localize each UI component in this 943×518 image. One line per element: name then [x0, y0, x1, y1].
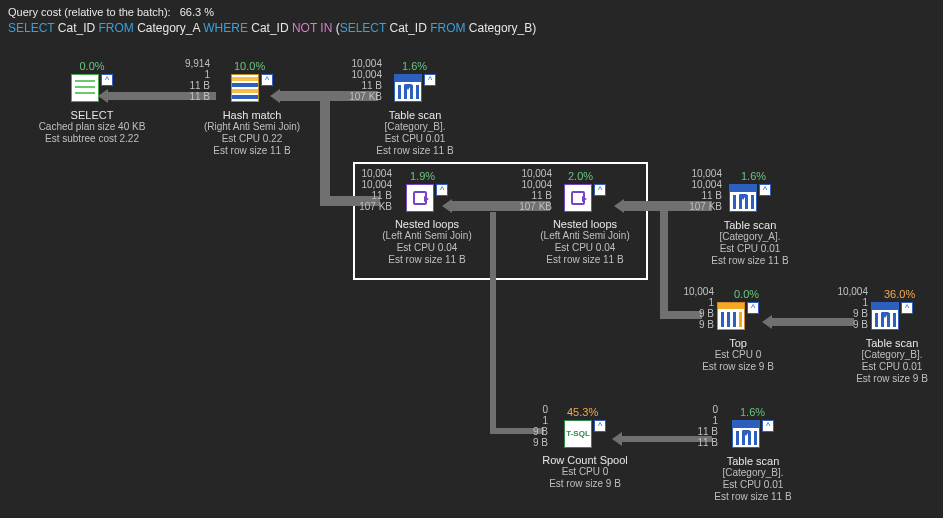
node-title: Nested loops [520, 218, 650, 230]
node-title: Row Count Spool [525, 454, 645, 466]
node-cost-pct: 1.6% [740, 406, 808, 418]
expand-badge-icon[interactable]: ^ [762, 420, 774, 432]
nested-loops-icon [564, 184, 592, 212]
node-nested-loops-1[interactable]: 1.9% ^ Nested loops (Left Anti Semi Join… [362, 170, 492, 266]
node-metric: Est row size 11 B [360, 145, 470, 157]
table-scan-icon [871, 302, 899, 330]
node-metric: Cached plan size 40 KB [32, 121, 152, 133]
expand-badge-icon[interactable]: ^ [594, 420, 606, 432]
node-title: Table scan [360, 109, 470, 121]
node-table-scan-b-mid[interactable]: 36.0% ^ Table scan [Category_B]. Est CPU… [842, 288, 942, 385]
node-hash-match[interactable]: 10.0% ^ Hash match (Right Anti Semi Join… [192, 60, 312, 157]
node-metric: Est row size 11 B [362, 254, 492, 266]
node-cost-pct: 10.0% [234, 60, 312, 72]
node-cost-pct: 1.6% [741, 170, 805, 182]
node-select[interactable]: 0.0% ^ SELECT Cached plan size 40 KB Est… [32, 60, 152, 145]
expand-badge-icon[interactable]: ^ [901, 302, 913, 314]
node-metric: Est subtree cost 2.22 [32, 133, 152, 145]
node-cost-pct: 0.0% [32, 60, 152, 72]
nested-loops-icon [406, 184, 434, 212]
expand-badge-icon[interactable]: ^ [436, 184, 448, 196]
node-subtitle: [Category_B]. [842, 349, 942, 361]
cost-value: 66.3 % [180, 6, 214, 18]
node-metric: Est row size 11 B [695, 255, 805, 267]
expand-badge-icon[interactable]: ^ [594, 184, 606, 196]
node-title: Table scan [698, 455, 808, 467]
expand-badge-icon[interactable]: ^ [747, 302, 759, 314]
node-subtitle: [Category_B]. [360, 121, 470, 133]
arrow [320, 96, 330, 206]
cost-label: Query cost (relative to the batch): [8, 6, 171, 18]
arrow [660, 207, 668, 319]
tsql-icon: T-SQL [564, 420, 592, 448]
top-icon [717, 302, 745, 330]
expand-badge-icon[interactable]: ^ [101, 74, 113, 86]
query-header: Query cost (relative to the batch): 66.3… [8, 4, 536, 36]
node-metric: Est CPU 0.01 [695, 243, 805, 255]
node-cost-pct: 0.0% [734, 288, 788, 300]
node-title: Top [688, 337, 788, 349]
node-cost-pct: 45.3% [567, 406, 645, 418]
node-metric: Est CPU 0 [525, 466, 645, 478]
node-metric: Est row size 11 B [698, 491, 808, 503]
node-cost-pct: 1.9% [410, 170, 492, 182]
node-title: SELECT [32, 109, 152, 121]
node-subtitle: [Category_A]. [695, 231, 805, 243]
node-metric: Est row size 9 B [842, 373, 942, 385]
node-metric: Est CPU 0 [688, 349, 788, 361]
expand-badge-icon[interactable]: ^ [261, 74, 273, 86]
node-metric: Est row size 9 B [688, 361, 788, 373]
node-top[interactable]: 0.0% ^ Top Est CPU 0 Est row size 9 B [688, 288, 788, 373]
select-icon [71, 74, 99, 102]
node-table-scan-a[interactable]: 1.6% ^ Table scan [Category_A]. Est CPU … [695, 170, 805, 267]
node-metric: Est CPU 0.22 [192, 133, 312, 145]
node-subtitle: (Right Anti Semi Join) [192, 121, 312, 133]
expand-badge-icon[interactable]: ^ [759, 184, 771, 196]
node-metric: Est row size 11 B [520, 254, 650, 266]
expand-badge-icon[interactable]: ^ [424, 74, 436, 86]
node-table-scan-b-bottom[interactable]: 1.6% ^ Table scan [Category_B]. Est CPU … [698, 406, 808, 503]
node-metric: Est CPU 0.04 [520, 242, 650, 254]
node-metric: Est CPU 0.01 [842, 361, 942, 373]
table-scan-icon [732, 420, 760, 448]
node-subtitle: (Left Anti Semi Join) [520, 230, 650, 242]
node-title: Hash match [192, 109, 312, 121]
node-metric: Est row size 9 B [525, 478, 645, 490]
node-metric: Est CPU 0.04 [362, 242, 492, 254]
node-subtitle: (Left Anti Semi Join) [362, 230, 492, 242]
node-metric: Est row size 11 B [192, 145, 312, 157]
node-nested-loops-2[interactable]: 2.0% ^ Nested loops (Left Anti Semi Join… [520, 170, 650, 266]
node-title: Nested loops [362, 218, 492, 230]
node-cost-pct: 1.6% [402, 60, 470, 72]
node-subtitle: [Category_B]. [698, 467, 808, 479]
node-row-count-spool[interactable]: 45.3% T-SQL ^ Row Count Spool Est CPU 0 … [525, 406, 645, 490]
sql-text: SELECT Cat_ID FROM Category_A WHERE Cat_… [8, 20, 536, 36]
node-title: Table scan [695, 219, 805, 231]
node-table-scan-b-top[interactable]: 1.6% ^ Table scan [Category_B]. Est CPU … [360, 60, 470, 157]
hash-match-icon [231, 74, 259, 102]
node-cost-pct: 36.0% [884, 288, 942, 300]
node-title: Table scan [842, 337, 942, 349]
node-metric: Est CPU 0.01 [698, 479, 808, 491]
node-metric: Est CPU 0.01 [360, 133, 470, 145]
node-cost-pct: 2.0% [568, 170, 650, 182]
table-scan-icon [729, 184, 757, 212]
execution-plan-canvas: { "header": { "cost_label": "Query cost … [0, 0, 943, 518]
table-scan-icon [394, 74, 422, 102]
